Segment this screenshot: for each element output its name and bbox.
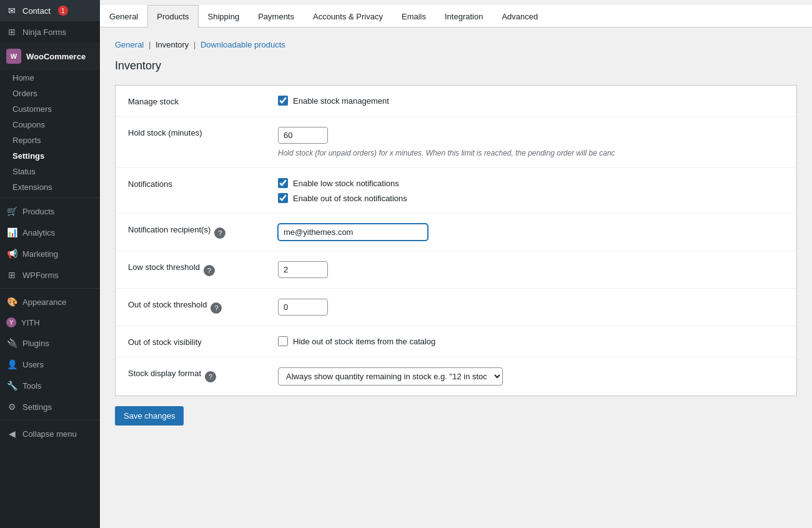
out-of-stock-threshold-label: Out of stock threshold ? <box>128 299 278 314</box>
out-of-stock-threshold-text: Out of stock threshold <box>128 300 207 309</box>
manage-stock-checkbox-row: Enable stock management <box>278 96 784 106</box>
notification-recipients-text: Notification recipient(s) <box>128 225 210 234</box>
stock-display-format-help-icon[interactable]: ? <box>205 371 216 382</box>
stock-display-format-control: Always show quantity remaining in stock … <box>278 367 784 386</box>
out-of-stock-threshold-input[interactable]: 0 <box>278 299 328 316</box>
sidebar-item-analytics[interactable]: 📊 Analytics <box>0 222 100 243</box>
notifications-control: Enable low stock notifications Enable ou… <box>278 178 784 203</box>
sidebar-label-users: Users <box>22 360 44 369</box>
sidebar-sub-customers[interactable]: Customers <box>0 101 100 117</box>
out-of-stock-visibility-checkbox-label: Hide out of stock items from the catalog <box>293 337 435 346</box>
sidebar-label-wpforms: WPForms <box>22 271 59 280</box>
sidebar-item-woocommerce[interactable]: W WooCommerce <box>0 42 100 70</box>
manage-stock-checkbox-label: Enable stock management <box>293 96 389 106</box>
plugins-icon: 🔌 <box>6 337 17 349</box>
settings-row-hold-stock: Hold stock (minutes) 60 Hold stock (for … <box>116 117 796 168</box>
collapse-icon: ◀ <box>6 428 17 439</box>
tab-advanced[interactable]: Advanced <box>492 5 547 27</box>
appearance-icon: 🎨 <box>6 296 17 307</box>
low-stock-threshold-input[interactable]: 2 <box>278 261 328 278</box>
sidebar-item-contact[interactable]: ✉ Contact 1 <box>0 0 100 21</box>
sidebar-label-settings-main: Settings <box>22 402 52 412</box>
out-of-stock-checkbox[interactable] <box>278 193 288 203</box>
manage-stock-checkbox[interactable] <box>278 96 288 106</box>
sidebar-item-settings-main[interactable]: ⚙ Settings <box>0 396 100 417</box>
notification-recipients-control: me@yithemes.com <box>278 224 784 241</box>
sidebar: ✉ Contact 1 ⊞ Ninja Forms W WooCommerce … <box>0 0 100 528</box>
notification-recipients-label-with-help: Notification recipient(s) ? <box>128 225 278 239</box>
settings-row-stock-display-format: Stock display format ? Always show quant… <box>116 357 796 396</box>
sidebar-item-users[interactable]: 👤 Users <box>0 354 100 375</box>
low-stock-checkbox[interactable] <box>278 178 288 188</box>
low-stock-threshold-control: 2 <box>278 261 784 278</box>
marketing-icon: 📢 <box>6 248 17 259</box>
manage-stock-control: Enable stock management <box>278 96 784 106</box>
sidebar-sub-home[interactable]: Home <box>0 70 100 86</box>
sidebar-sub-settings[interactable]: Settings <box>0 148 100 164</box>
page-title: Inventory <box>115 59 797 72</box>
out-of-stock-visibility-checkbox[interactable] <box>278 336 288 346</box>
sidebar-item-tools[interactable]: 🔧 Tools <box>0 375 100 396</box>
settings-panel: Manage stock Enable stock management Hol… <box>115 85 797 396</box>
breadcrumb-general[interactable]: General <box>115 40 144 49</box>
stock-display-format-label: Stock display format ? <box>128 367 278 382</box>
sidebar-label-analytics: Analytics <box>22 228 55 237</box>
sidebar-item-products[interactable]: 🛒 Products <box>0 201 100 222</box>
tab-emails[interactable]: Emails <box>392 5 435 27</box>
products-icon: 🛒 <box>6 206 17 217</box>
hold-stock-label: Hold stock (minutes) <box>128 127 278 137</box>
sidebar-sub-coupons[interactable]: Coupons <box>0 117 100 132</box>
notification-recipients-help-icon[interactable]: ? <box>214 227 225 239</box>
tab-general[interactable]: General <box>100 5 147 27</box>
sidebar-sub-extensions[interactable]: Extensions <box>0 179 100 195</box>
sidebar-item-marketing[interactable]: 📢 Marketing <box>0 243 100 264</box>
settings-row-low-stock-threshold: Low stock threshold ? 2 <box>116 251 796 289</box>
tab-payments[interactable]: Payments <box>249 5 304 27</box>
breadcrumb-downloadable[interactable]: Downloadable products <box>201 40 285 49</box>
out-of-stock-threshold-label-with-help: Out of stock threshold ? <box>128 300 278 314</box>
sidebar-sub-status[interactable]: Status <box>0 164 100 179</box>
sidebar-divider-1 <box>0 197 100 198</box>
low-stock-threshold-help-icon[interactable]: ? <box>204 265 215 276</box>
low-stock-threshold-label: Low stock threshold ? <box>128 261 278 276</box>
sidebar-collapse[interactable]: ◀ Collapse menu <box>0 423 100 444</box>
settings-row-notifications: Notifications Enable low stock notificat… <box>116 168 796 214</box>
hold-stock-help: Hold stock (for unpaid orders) for x min… <box>278 149 784 157</box>
tab-shipping[interactable]: Shipping <box>199 5 249 27</box>
stock-display-format-select[interactable]: Always show quantity remaining in stock … <box>278 367 503 386</box>
notification-recipients-input[interactable]: me@yithemes.com <box>278 224 428 241</box>
low-stock-checkbox-row: Enable low stock notifications <box>278 178 784 188</box>
low-stock-label: Enable low stock notifications <box>293 179 399 188</box>
tab-integration[interactable]: Integration <box>435 5 492 27</box>
breadcrumb-inventory: Inventory <box>156 40 189 49</box>
sidebar-sub-reports[interactable]: Reports <box>0 132 100 148</box>
settings-main-icon: ⚙ <box>6 401 17 412</box>
tab-accounts-privacy[interactable]: Accounts & Privacy <box>304 5 392 27</box>
hold-stock-input[interactable]: 60 <box>278 127 328 144</box>
notification-recipients-label: Notification recipient(s) ? <box>128 224 278 239</box>
yith-icon: Y <box>6 317 16 327</box>
low-stock-threshold-label-with-help: Low stock threshold ? <box>128 262 278 276</box>
sidebar-label-ninja-forms: Ninja Forms <box>22 27 66 37</box>
sidebar-item-ninja-forms[interactable]: ⊞ Ninja Forms <box>0 21 100 42</box>
breadcrumb: General | Inventory | Downloadable produ… <box>115 40 797 49</box>
settings-row-notification-recipients: Notification recipient(s) ? me@yithemes.… <box>116 214 796 251</box>
sidebar-item-wpforms[interactable]: ⊞ WPForms <box>0 264 100 286</box>
sidebar-divider-2 <box>0 288 100 289</box>
contact-badge: 1 <box>58 6 68 16</box>
tab-products[interactable]: Products <box>147 5 198 27</box>
sidebar-item-plugins[interactable]: 🔌 Plugins <box>0 332 100 354</box>
save-button[interactable]: Save changes <box>115 406 184 426</box>
out-of-stock-threshold-control: 0 <box>278 299 784 316</box>
out-of-stock-threshold-help-icon[interactable]: ? <box>210 302 222 314</box>
sidebar-label-woocommerce: WooCommerce <box>26 52 86 61</box>
content-area: General | Inventory | Downloadable produ… <box>100 27 812 528</box>
manage-stock-label: Manage stock <box>128 96 278 106</box>
sidebar-item-yith[interactable]: Y YITH <box>0 312 100 332</box>
ninja-forms-icon: ⊞ <box>6 26 17 37</box>
sidebar-sub-orders[interactable]: Orders <box>0 86 100 101</box>
hold-stock-control: 60 Hold stock (for unpaid orders) for x … <box>278 127 784 157</box>
wpforms-icon: ⊞ <box>6 269 17 281</box>
sidebar-item-appearance[interactable]: 🎨 Appearance <box>0 291 100 312</box>
analytics-icon: 📊 <box>6 227 17 238</box>
